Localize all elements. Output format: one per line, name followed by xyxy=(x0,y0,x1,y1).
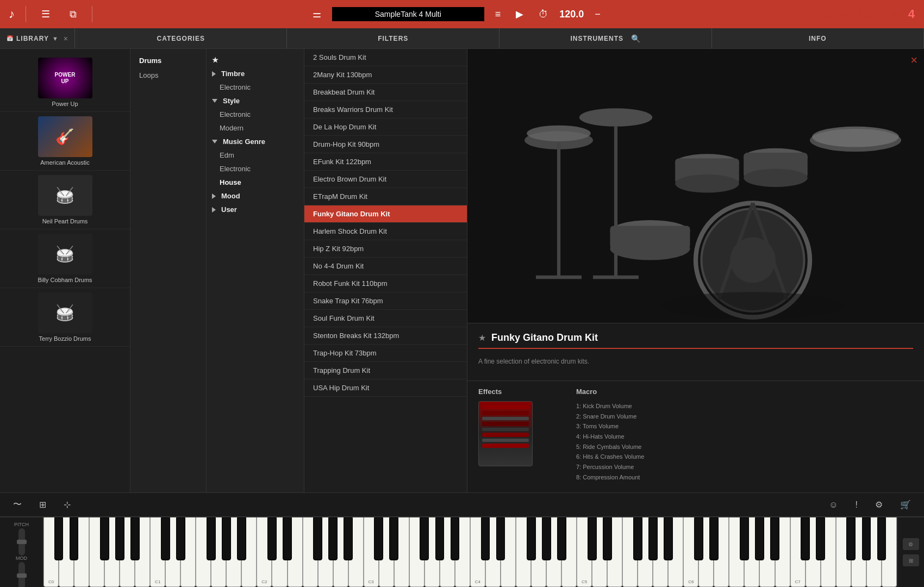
mod-slider[interactable] xyxy=(18,562,25,587)
play-button[interactable]: ▶ xyxy=(511,6,528,22)
black-key[interactable] xyxy=(801,517,810,560)
black-key[interactable] xyxy=(389,517,398,560)
wave-button[interactable]: 〜 xyxy=(9,497,26,513)
instrument-2many[interactable]: 2Many Kit 130bpm xyxy=(304,66,467,84)
instrument-etrapm[interactable]: ETrapM Drum Kit xyxy=(304,188,467,205)
mixer-button[interactable]: ⊹ xyxy=(59,497,75,512)
instrument-breakbeat[interactable]: Breakbeat Drum Kit xyxy=(304,84,467,101)
instrument-robotfunk[interactable]: Robot Funk Kit 110bpm xyxy=(304,275,467,292)
minus-button[interactable]: − xyxy=(590,7,605,22)
cart-button[interactable]: 🛒 xyxy=(896,497,915,512)
search-icon[interactable]: 🔍 xyxy=(631,34,640,43)
sidebar-item-powerup[interactable]: POWERUP Power Up xyxy=(0,53,130,112)
sidebar-item-billy[interactable]: 🥁 Billy Cobham Drums xyxy=(0,229,130,288)
black-key[interactable] xyxy=(100,517,109,560)
black-key[interactable] xyxy=(115,517,124,560)
instrument-efunk[interactable]: EFunk Kit 122bpm xyxy=(304,153,467,171)
eq-icon[interactable]: ⚌ xyxy=(308,6,326,22)
black-key[interactable] xyxy=(633,517,642,560)
sidebar-item-neil[interactable]: 🥁 Neil Peart Drums xyxy=(0,171,130,229)
library-close-icon[interactable]: × xyxy=(64,34,68,43)
menu-icon[interactable]: ☰ xyxy=(37,6,54,22)
instrument-no44[interactable]: No 4-4 Drum Kit xyxy=(304,258,467,275)
black-key[interactable] xyxy=(816,517,825,560)
pitch-slider[interactable] xyxy=(18,528,25,555)
filter-timbre-header[interactable]: Timbre xyxy=(207,67,304,80)
info-close-button[interactable]: × xyxy=(910,53,917,67)
instrument-stenton[interactable]: Stenton Breaks Kit 132bpm xyxy=(304,327,467,345)
instrument-soulfunk[interactable]: Soul Funk Drum Kit xyxy=(304,310,467,327)
instrument-delahop[interactable]: De La Hop Drum Kit xyxy=(304,118,467,136)
category-item-loops[interactable]: Loops xyxy=(130,68,206,83)
grid-button[interactable]: ⊞ xyxy=(35,497,51,512)
black-key[interactable] xyxy=(527,517,536,560)
mixer-icon[interactable]: ⧉ xyxy=(65,7,81,22)
filter-mood-header[interactable]: Mood xyxy=(207,189,304,203)
black-key[interactable] xyxy=(694,517,703,560)
black-key[interactable] xyxy=(648,517,658,560)
black-key[interactable] xyxy=(420,517,429,560)
black-key[interactable] xyxy=(176,517,185,560)
black-key[interactable] xyxy=(267,517,277,560)
black-key[interactable] xyxy=(603,517,612,560)
alert-button[interactable]: ! xyxy=(851,498,862,512)
effects-thumbnail[interactable] xyxy=(478,401,533,466)
black-key[interactable] xyxy=(755,517,764,560)
black-key[interactable] xyxy=(846,517,856,560)
black-key[interactable] xyxy=(877,517,886,560)
black-key[interactable] xyxy=(740,517,749,560)
black-key[interactable] xyxy=(588,517,597,560)
keyboard-grid-button[interactable]: ⊞ xyxy=(903,554,919,566)
filter-star[interactable]: ★ xyxy=(207,53,304,67)
filter-user-header[interactable]: User xyxy=(207,203,304,216)
instrument-hipz[interactable]: Hip Z Kit 92bpm xyxy=(304,240,467,258)
black-key[interactable] xyxy=(770,517,779,560)
filter-genre-electronic[interactable]: Electronic xyxy=(207,162,304,176)
black-key[interactable] xyxy=(451,517,460,560)
clock-icon[interactable]: ⏱ xyxy=(534,7,553,22)
black-key[interactable] xyxy=(435,517,445,560)
filter-style-header[interactable]: Style xyxy=(207,94,304,108)
black-key[interactable] xyxy=(161,517,170,560)
favorite-star-icon[interactable]: ★ xyxy=(478,333,486,343)
black-key[interactable] xyxy=(328,517,338,560)
filter-style-modern[interactable]: Modern xyxy=(207,121,304,135)
black-key[interactable] xyxy=(709,517,719,560)
black-key[interactable] xyxy=(374,517,383,560)
black-key[interactable] xyxy=(496,517,505,560)
instrument-traphop[interactable]: Trap-Hop Kit 73bpm xyxy=(304,345,467,362)
instrument-drumhop[interactable]: Drum-Hop Kit 90bpm xyxy=(304,136,467,153)
black-key[interactable] xyxy=(862,517,871,560)
sidebar-item-acoustic[interactable]: 🎸 American Acoustic xyxy=(0,112,130,171)
black-key[interactable] xyxy=(344,517,353,560)
black-key[interactable] xyxy=(481,517,490,560)
instrument-snaketrap[interactable]: Snake Trap Kit 76bpm xyxy=(304,292,467,310)
filter-genre-edm[interactable]: Edm xyxy=(207,148,304,162)
keyboard-settings-button[interactable]: ⚙ xyxy=(903,538,919,550)
instrument-2souls[interactable]: 2 Souls Drum Kit xyxy=(304,49,467,66)
instrument-funky-gitano[interactable]: Funky Gitano Drum Kit xyxy=(304,205,467,223)
sidebar-item-terry[interactable]: 🥁 Terry Bozzio Drums xyxy=(0,288,130,347)
menu-dots-icon[interactable]: ≡ xyxy=(491,7,505,22)
filter-genre-house[interactable]: House xyxy=(207,176,304,189)
black-key[interactable] xyxy=(237,517,246,560)
instrument-harlem[interactable]: Harlem Shock Drum Kit xyxy=(304,223,467,240)
black-key[interactable] xyxy=(283,517,292,560)
instrument-breaks-warriors[interactable]: Breaks Warriors Drum Kit xyxy=(304,101,467,118)
instrument-electro-brown[interactable]: Electro Brown Drum Kit xyxy=(304,171,467,188)
black-key[interactable] xyxy=(207,517,216,560)
face-button[interactable]: ☺ xyxy=(825,498,842,512)
black-key[interactable] xyxy=(542,517,551,560)
instrument-usahip[interactable]: USA Hip Drum Kit xyxy=(304,379,467,397)
black-key[interactable] xyxy=(54,517,64,560)
title-input[interactable] xyxy=(332,7,484,21)
black-key[interactable] xyxy=(557,517,566,560)
black-key[interactable] xyxy=(313,517,322,560)
library-label[interactable]: LIBRARY xyxy=(16,35,49,42)
black-key[interactable] xyxy=(664,517,673,560)
black-key[interactable] xyxy=(222,517,231,560)
filter-timbre-electronic[interactable]: Electronic xyxy=(207,80,304,94)
filter-genre-header[interactable]: Music Genre xyxy=(207,135,304,148)
gear-button[interactable]: ⚙ xyxy=(871,497,887,512)
category-item-drums[interactable]: Drums xyxy=(130,53,206,68)
